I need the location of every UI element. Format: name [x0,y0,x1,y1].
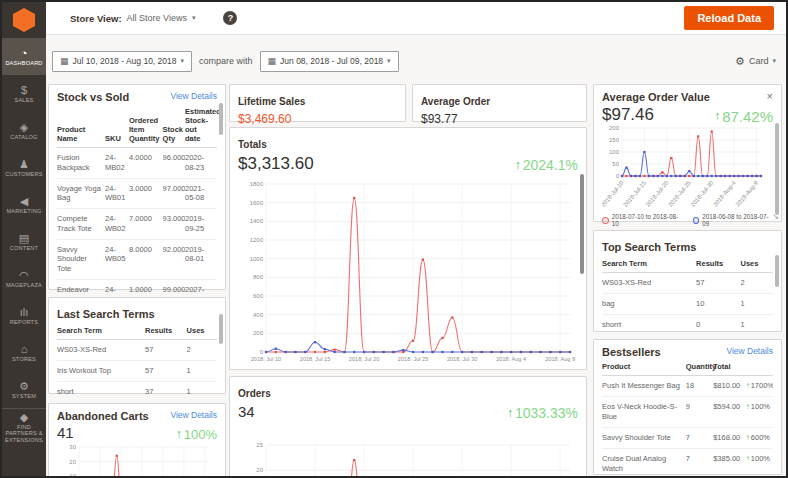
sidebar-item-catalog[interactable]: ◈CATALOG [2,112,46,149]
scrollbar-thumb[interactable] [219,103,223,135]
totals-chart: 0200400600800100012001400160018002018, J… [238,176,580,372]
view-details-link[interactable]: View Details [726,346,773,356]
dashboard-icon: ◔ [21,47,28,59]
totals-change: 2024.1% [523,157,578,173]
top-search-terms-table: Search TermResultsUsesWS03-XS-Red572bag1… [602,255,773,334]
view-details-link[interactable]: View Details [170,91,217,101]
svg-text:0: 0 [616,173,620,179]
cell: bag [602,293,696,314]
last-search-terms-panel: Last Search Terms Search TermResultsUses… [48,297,226,394]
view-details-link[interactable]: View Details [170,410,217,420]
orders-panel: Orders 34 ↑ 1033.33% 05101520252018, Jul… [229,376,587,478]
table-row: Voyage Yoga Bag24-WB013.000097.00002021-… [57,178,217,209]
scrollbar-thumb[interactable] [775,255,779,287]
scrollbar-thumb[interactable] [219,314,223,344]
sidebar-item-sales[interactable]: $SALES [2,75,46,112]
sidebar-item-mageplaza[interactable]: ◠MAGEPLAZA [2,260,46,297]
scrollbar-thumb[interactable] [580,174,584,274]
panel-title: Lifetime Sales [238,96,305,107]
cell: Fusion Backpack [57,148,105,179]
average-order-panel: Average Order $93.77 [412,84,587,122]
cell: ↑1700% [746,376,773,397]
table-row: WS03-XS-Red572 [57,340,217,361]
trend-up-icon: ↑ [507,406,513,420]
svg-text:1600: 1600 [250,200,264,206]
abandoned-carts-chart: 01020302018, Jul 102018, Jul 152018, Jul… [57,444,217,478]
sidebar-item-find-partners[interactable]: ◆FIND PARTNERS & EXTENSIONS [2,408,46,445]
svg-text:1400: 1400 [250,218,264,224]
table-row: Iris Workout Top571 [57,360,217,381]
table-row: Fusion Backpack24-MB024.000096.00002020-… [57,148,217,179]
stores-icon: ⌂ [21,343,28,355]
cell: Iris Workout Top [57,360,145,381]
cell: 18 [686,376,713,397]
reload-data-button[interactable]: Reload Data [684,6,774,30]
system-icon: ⚙ [19,380,29,392]
cell: shorrt [602,314,696,334]
compare-range-select[interactable]: ▦ Jun 08, 2018 - Jul 09, 2018 ▾ [260,51,399,72]
help-icon[interactable]: ? [223,11,237,25]
sidebar-item-dashboard[interactable]: ◔DASHBOARD [2,38,46,75]
svg-text:400: 400 [253,312,264,318]
average-order-value-panel: Average Order Value × $97.46 ↑ 87.42% 05… [593,84,782,222]
cell: $594.00 [713,397,745,428]
svg-text:10: 10 [69,473,76,478]
column-header: Product Name [57,103,105,148]
sidebar-item-label: DASHBOARD [5,60,42,67]
sidebar-item-label: FIND PARTNERS & EXTENSIONS [3,424,45,444]
sidebar: ◔DASHBOARD$SALES◈CATALOG♟CUSTOMERS◀MARKE… [2,2,46,476]
scrollbar-thumb[interactable] [775,123,779,215]
chevron-down-icon: ▾ [181,57,185,65]
sidebar-item-label: SALES [14,97,33,104]
cell: ↑600% [746,427,773,448]
cell: short [57,381,145,401]
chevron-down-icon: ▾ [772,57,776,65]
cell: Eos V-Neck Hoodie-S-Blue [602,397,686,428]
customers-icon: ♟ [19,158,29,170]
legend-swatch-icon [602,217,609,224]
cell: 1 [187,381,217,401]
sidebar-item-marketing[interactable]: ◀MARKETING [2,186,46,223]
magento-logo[interactable] [2,2,46,38]
orders-change: 1033.33% [515,405,578,421]
average-order-value: $93.77 [421,112,578,126]
stock-vs-sold-panel: Stock vs Sold View Details Product NameS… [48,84,226,290]
cell: 2019-09-25 [185,209,217,240]
cell: Savvy Shoulder Tote [57,239,105,279]
filter-row: ▦ Jul 10, 2018 - Aug 10, 2018 ▾ compare … [52,50,776,72]
card-view-select[interactable]: ⚙ Card ▾ [735,55,776,68]
table-row: short371 [57,381,217,401]
sidebar-item-label: MAGEPLAZA [6,282,42,289]
close-icon[interactable]: × [767,91,773,101]
svg-text:1000: 1000 [250,256,264,262]
cell: 3.0000 [129,178,163,209]
compare-range-value: Jun 08, 2018 - Jul 09, 2018 [280,56,383,66]
sidebar-nav: ◔DASHBOARD$SALES◈CATALOG♟CUSTOMERS◀MARKE… [2,38,46,445]
cell: Cruise Dual Analog Watch [602,449,686,478]
topbar: Store View: All Store Views ▾ ? Reload D… [46,2,786,35]
column-header: Product [602,358,686,376]
cell: 2020-08-23 [185,148,217,179]
date-range-select[interactable]: ▦ Jul 10, 2018 - Aug 10, 2018 ▾ [52,51,192,72]
resize-handle-icon[interactable]: ↘ [772,212,779,221]
table-row: bag101 [602,293,773,314]
svg-text:2018, Jul 20: 2018, Jul 20 [349,356,379,362]
panel-title: Bestsellers [602,346,661,358]
sidebar-item-system[interactable]: ⚙SYSTEM [2,371,46,408]
store-view-switcher[interactable]: Store View: All Store Views ▾ [70,13,195,24]
sidebar-item-content[interactable]: ▤CONTENT [2,223,46,260]
column-header [746,358,773,376]
table-row: WS03-XS-Red572 [602,273,773,294]
top-search-terms-panel: Top Search Terms Search TermResultsUsesW… [593,230,782,332]
table-row: Push It Messenger Bag18$810.00↑1700% [602,376,773,397]
cell: WS03-XS-Red [57,340,145,361]
cell: Voyage Yoga Bag [57,178,105,209]
column-header: Total [713,358,745,376]
sidebar-item-stores[interactable]: ⌂STORES [2,334,46,371]
svg-text:0: 0 [260,349,264,355]
trend-up-icon: ↑ [176,427,182,441]
sidebar-item-customers[interactable]: ♟CUSTOMERS [2,149,46,186]
sidebar-item-reports[interactable]: ılıREPORTS [2,297,46,334]
sidebar-item-label: CUSTOMERS [5,171,42,178]
chevron-down-icon: ▾ [387,57,391,65]
